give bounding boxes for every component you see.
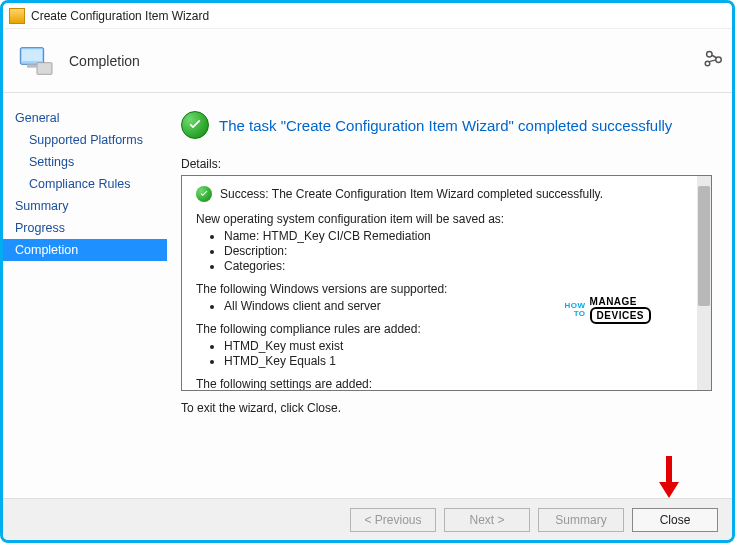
sidebar-item-compliance-rules[interactable]: Compliance Rules	[3, 173, 167, 195]
completion-icon	[17, 41, 57, 81]
wizard-header: Completion	[3, 29, 732, 93]
next-button: Next >	[444, 508, 530, 532]
watermark: HOW TO MANAGE DEVICES	[565, 296, 651, 324]
rules-intro: The following compliance rules are added…	[196, 322, 421, 336]
share-icon[interactable]	[702, 47, 724, 69]
page-title: Completion	[69, 53, 140, 69]
svg-rect-1	[22, 49, 42, 61]
summary-button: Summary	[538, 508, 624, 532]
rules-block: The following compliance rules are added…	[196, 322, 697, 369]
sidebar-item-general[interactable]: General	[3, 107, 167, 129]
settings-block: The following settings are added: HTMD_K…	[196, 377, 697, 391]
sidebar-item-progress[interactable]: Progress	[3, 217, 167, 239]
window-icon	[9, 8, 25, 24]
sidebar-item-settings[interactable]: Settings	[3, 151, 167, 173]
sidebar-item-supported-platforms[interactable]: Supported Platforms	[3, 129, 167, 151]
settings-intro: The following settings are added:	[196, 377, 372, 391]
details-box: Success: The Create Configuration Item W…	[181, 175, 712, 391]
check-icon	[196, 186, 212, 202]
svg-point-4	[707, 52, 713, 58]
saved-as-intro: New operating system configuration item …	[196, 212, 504, 226]
details-success-line: Success: The Create Configuration Item W…	[220, 187, 603, 201]
exit-hint: To exit the wizard, click Close.	[181, 401, 712, 415]
scrollbar-thumb[interactable]	[698, 186, 710, 306]
sidebar-item-summary[interactable]: Summary	[3, 195, 167, 217]
title-bar: Create Configuration Item Wizard	[3, 3, 732, 29]
saved-name-value: HTMD_Key CI/CB Remediation	[263, 229, 431, 243]
saved-cat-label: Categories:	[224, 259, 285, 273]
saved-desc-label: Description:	[224, 244, 287, 258]
saved-as-block: New operating system configuration item …	[196, 212, 697, 274]
success-heading: The task "Create Configuration Item Wiza…	[219, 117, 672, 134]
wizard-main: The task "Create Configuration Item Wiza…	[167, 93, 732, 498]
wizard-sidebar: General Supported Platforms Settings Com…	[3, 93, 167, 498]
rule-item: HTMD_Key Equals 1	[224, 354, 697, 369]
success-icon	[181, 111, 209, 139]
saved-name-label: Name:	[224, 229, 263, 243]
window-title: Create Configuration Item Wizard	[31, 9, 209, 23]
svg-rect-3	[27, 64, 37, 67]
details-label: Details:	[181, 157, 712, 171]
wizard-window: Create Configuration Item Wizard Complet…	[0, 0, 735, 543]
rule-item: HTMD_Key must exist	[224, 339, 697, 354]
svg-point-6	[705, 61, 710, 66]
previous-button: < Previous	[350, 508, 436, 532]
svg-rect-2	[37, 62, 52, 74]
scrollbar-track[interactable]	[697, 176, 711, 390]
sidebar-item-completion[interactable]: Completion	[3, 239, 167, 261]
close-button[interactable]: Close	[632, 508, 718, 532]
wizard-footer: < Previous Next > Summary Close	[3, 498, 732, 540]
versions-intro: The following Windows versions are suppo…	[196, 282, 447, 296]
